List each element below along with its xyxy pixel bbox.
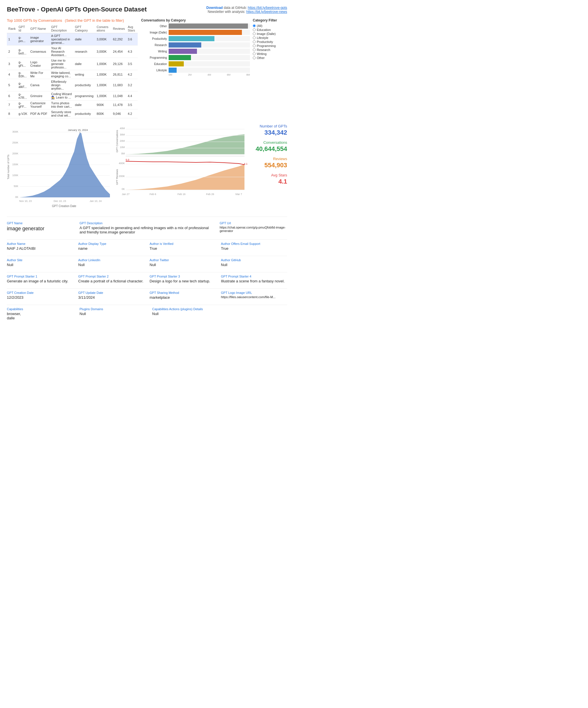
gpt-conversations-chart: 40M 30M 20M 10M 0M GPT Conversations (116, 124, 247, 210)
filter-option[interactable]: Writing (253, 52, 287, 56)
sharing-label: GPT Sharing Method (150, 291, 216, 294)
filter-option[interactable]: (All) (253, 24, 287, 28)
filter-radio[interactable] (253, 52, 256, 55)
filter-radio[interactable] (253, 40, 256, 43)
prompt2-label: GPT Prompt Starter 2 (78, 275, 144, 278)
bar-label: Lifestyle (141, 69, 167, 72)
author-verified-value: True (150, 246, 216, 250)
bar-label: Image (Dalle) (141, 31, 167, 34)
filter-radio[interactable] (253, 32, 256, 35)
cell-id: g-alkF... (17, 79, 29, 91)
download-label: Download (207, 6, 223, 10)
table-row[interactable]: 7 g-gFF... Cartoonize Yourself Turns pho… (7, 100, 138, 110)
cell-cat: research (73, 46, 95, 58)
bar-label: Productivity (141, 37, 167, 40)
filter-radio[interactable] (253, 24, 256, 27)
cell-stars: 4.4 (126, 91, 138, 100)
author-twitter-value: Null (150, 263, 216, 267)
filter-radio[interactable] (253, 36, 256, 39)
reviews-label: Reviews (250, 157, 287, 161)
prompt1-value: Generate an image of a futuristic city. (7, 279, 73, 283)
prompt3-value: Design a logo for a new tech startup. (150, 279, 216, 283)
newsletter-link[interactable]: https://bit.ly/beetrove-news (246, 10, 287, 14)
svg-text:GPT Creation Date: GPT Creation Date (52, 205, 76, 208)
creation-date-value: 12/2/2023 (7, 295, 73, 300)
stat-conversations: Conversations 40,644,554 (250, 140, 287, 153)
svg-text:400K: 400K (119, 162, 125, 165)
svg-text:Feb 26: Feb 26 (206, 193, 214, 196)
cell-reviews: 26,811 (112, 70, 127, 79)
bar (168, 49, 197, 54)
bar-chart-title: Conversations by Category (141, 18, 250, 22)
table-row[interactable]: 6 g-n7R... Grimoire Coding Wizard🧙 Learn… (7, 91, 138, 100)
bar-container (168, 24, 250, 29)
cell-cat: productivity (73, 79, 95, 91)
svg-text:300K: 300K (12, 130, 18, 133)
cap-actions-value: Null (152, 312, 287, 316)
logo-url-field: GPT Logo Image URL https://files.oaiuser… (221, 291, 287, 300)
table-row[interactable]: 2 g-bo0... Consensus Your AI Research As… (7, 46, 138, 58)
cap-actions-label: Capabilities Actions (plugins) Details (152, 307, 287, 311)
author-name-value: NAIF J ALOTAIBI (7, 246, 73, 250)
detail-row-3: Author Site Null Author LinkedIn Null Au… (7, 258, 287, 267)
table-row[interactable]: 4 g-B3h... Write For Me Write tailored, … (7, 70, 138, 79)
filter-option[interactable]: Lifestyle (253, 36, 287, 39)
cell-name: image generator (29, 33, 50, 46)
filter-option-label: Writing (257, 52, 267, 56)
cell-id: g-B3h... (17, 70, 29, 79)
cell-conv: 1,000K (95, 58, 112, 70)
filter-option[interactable]: Other (253, 56, 287, 60)
filter-option[interactable]: Education (253, 28, 287, 31)
cell-rank: 2 (7, 46, 17, 58)
svg-text:Mar 7: Mar 7 (235, 193, 242, 196)
cell-rank: 6 (7, 91, 17, 100)
bar (168, 36, 214, 41)
plugins-value: Null (80, 312, 147, 316)
author-email-label: Author Offers Email Support (221, 242, 287, 245)
github-link[interactable]: https://bit.ly/beetrove-gpts (248, 6, 287, 10)
cell-cat: dalle (73, 33, 95, 46)
detail-row-4: GPT Prompt Starter 1 Generate an image o… (7, 275, 287, 283)
filter-option-label: (All) (257, 24, 262, 28)
cell-id: g-gFt... (17, 58, 29, 70)
gpt-url-label: GPT Url (220, 222, 287, 225)
author-verified-field: Author is Verified True (150, 242, 216, 250)
conversations-label: Conversations (250, 140, 287, 145)
bar-row: Lifestyle (141, 67, 250, 73)
cell-stars: 3.6 (126, 33, 138, 46)
capabilities-value: browser, dalle (7, 312, 74, 320)
prompt1-field: GPT Prompt Starter 1 Generate an image o… (7, 275, 73, 283)
bar-row: Productivity (141, 36, 250, 41)
avg-stars-value: 4.1 (250, 178, 287, 185)
svg-text:GPT Conversations: GPT Conversations (116, 130, 119, 152)
table-row[interactable]: 8 g-V2K PDF Ai PDF Securely store and ch… (7, 110, 138, 118)
bar-label: Writing (141, 50, 167, 53)
cell-stars: 3.5 (126, 100, 138, 110)
cell-cat: programming (73, 91, 95, 100)
table-row[interactable]: 1 g-pm... image generator A GPT speciali… (7, 33, 138, 46)
bar-container (168, 49, 250, 54)
gpt-name-label: GPT Name (7, 222, 74, 225)
author-verified-label: Author is Verified (150, 242, 216, 245)
filter-option[interactable]: Research (253, 48, 287, 52)
table-row[interactable]: 3 g-gFt... Logo Creator Use me to genera… (7, 58, 138, 70)
filter-option[interactable]: Image (Dalle) (253, 32, 287, 35)
prompt4-label: GPT Prompt Starter 4 (221, 275, 287, 278)
col-stars: Avg Stars (126, 24, 138, 33)
filter-option[interactable]: Programming (253, 44, 287, 48)
filter-radio[interactable] (253, 56, 256, 59)
header-links: Download data at GitHub: https://bit.ly/… (207, 6, 287, 14)
creation-date-label: GPT Creation Date (7, 291, 73, 294)
detail-row-6: Capabilities browser, dalle Plugins Doma… (7, 307, 287, 320)
filter-radio[interactable] (253, 45, 256, 47)
table-row[interactable]: 5 g-alkF... Canva Effortlessly design an… (7, 79, 138, 91)
bar-row: Other (141, 24, 250, 29)
bar-label: Other (141, 25, 167, 28)
gpt-table[interactable]: Rank GPT Id GPT Name GPT Description GPT… (7, 24, 138, 118)
bar-container (168, 30, 250, 35)
filter-radio[interactable] (253, 49, 256, 51)
prompt3-label: GPT Prompt Starter 3 (150, 275, 216, 278)
filter-radio[interactable] (253, 28, 256, 31)
gpt-desc-field: GPT Description A GPT specialized in gen… (80, 222, 215, 234)
filter-option[interactable]: Productivity (253, 40, 287, 43)
